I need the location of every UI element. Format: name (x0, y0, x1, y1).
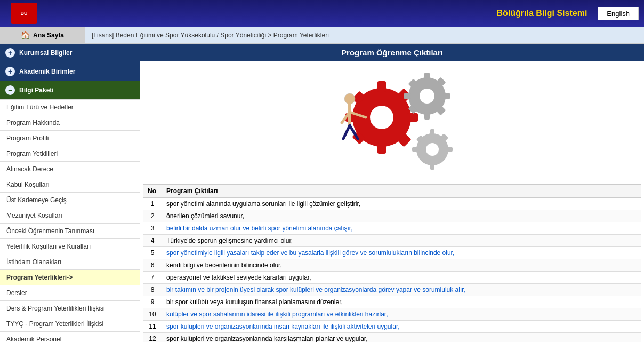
header-title: Bölüğrıla Bilgi Sistemi (497, 9, 587, 18)
row-text: önerilen çözümleri savunur, (162, 210, 641, 222)
collapse-icon-bilgi: − (5, 85, 15, 95)
row-text: kulüpler ve spor sahalarının idaresi ile… (162, 308, 641, 321)
sidebar-section-bilgi[interactable]: − Bilgi Paketi (0, 81, 140, 100)
row-number: 4 (143, 235, 162, 247)
row-number: 11 (143, 321, 162, 333)
row-text: bir spor kulübü veya kuruluşun finansal … (162, 296, 641, 308)
sidebar-item-ders-iliskisi[interactable]: Ders & Program Yeterlilikleri İlişkisi (0, 301, 140, 316)
table-row: 11spor kulüpleri ve organizasyonlarında … (143, 321, 641, 333)
sidebar-item-ust[interactable]: Üst Kademeye Geçiş (0, 193, 140, 208)
row-number: 9 (143, 296, 162, 308)
sidebar-item-mezuniyet[interactable]: Mezuniyet Koşulları (0, 208, 140, 224)
row-text: Türkiye'de sporun gelişmesine yardımcı o… (162, 235, 641, 247)
sidebar-item-istihdam[interactable]: İstihdam Olanakları (0, 254, 140, 270)
svg-rect-25 (412, 147, 418, 152)
row-text: spor kulüpleri ve organizasyonlarında ka… (162, 333, 641, 343)
sidebar-section-kurumsal-label: Kurumsal Bilgiler (19, 49, 72, 57)
table-row: 9bir spor kulübü veya kuruluşun finansal… (143, 296, 641, 308)
gears-illustration (140, 61, 644, 184)
table-row: 7operasyonel ve taktiksel seviyede karar… (143, 272, 641, 284)
home-label: Ana Sayfa (33, 31, 64, 39)
svg-rect-24 (446, 147, 453, 152)
row-text: spor kulüpleri ve organizasyonlarında in… (162, 321, 641, 333)
sidebar: + Kurumsal Bilgiler + Akademik Birimler … (0, 44, 140, 342)
table-row: 8bir takımın ve bir projenin üyesi olara… (143, 284, 641, 296)
svg-rect-22 (430, 129, 434, 136)
svg-rect-15 (404, 93, 411, 99)
table-row: 6kendi bilgi ve becerilerinin bilincinde… (143, 259, 641, 272)
home-icon: 🏠 (21, 31, 30, 39)
expand-icon: + (5, 48, 15, 58)
sidebar-item-profili[interactable]: Program Profili (0, 131, 140, 146)
svg-rect-12 (424, 73, 430, 80)
table-row: 2önerilen çözümleri savunur, (143, 210, 641, 222)
sidebar-item-program-yeter[interactable]: Program Yeterlikleri-> (0, 270, 140, 285)
sidebar-section-kurumsal[interactable]: + Kurumsal Bilgiler (0, 44, 140, 62)
sidebar-item-hakkinda[interactable]: Program Hakkında (0, 115, 140, 131)
gears-svg (318, 67, 467, 179)
table-row: 10kulüpler ve spor sahalarının idaresi i… (143, 308, 641, 321)
svg-rect-14 (443, 93, 450, 99)
row-number: 12 (143, 333, 162, 343)
content-title: Program Öğrenme Çıktıları (140, 44, 644, 61)
svg-rect-23 (430, 163, 434, 170)
navbar: 🏠 Ana Sayfa [Lisans] Beden Eğitimi ve Sp… (0, 27, 644, 44)
content-area: Program Öğrenme Çıktıları (140, 44, 644, 342)
sidebar-item-egitim[interactable]: Eğitim Türü ve Hedefler (0, 100, 140, 115)
row-number: 10 (143, 308, 162, 321)
table-container: No Program Çıktıları 1spor yönetimi alan… (140, 184, 644, 342)
sidebar-item-onceki[interactable]: Önceki Öğrenmenin Tanınması (0, 224, 140, 239)
svg-line-33 (343, 125, 350, 139)
home-nav[interactable]: 🏠 Ana Sayfa (0, 27, 85, 43)
row-text: operasyonel ve taktiksel seviyede kararl… (162, 272, 641, 284)
sidebar-item-kabul[interactable]: Kabul Koşulları (0, 177, 140, 193)
table-row: 1spor yönetimi alanında uygulama sorunla… (143, 198, 641, 210)
sidebar-section-bilgi-label: Bilgi Paketi (19, 86, 54, 94)
row-text: kendi bilgi ve becerilerinin bilincinde … (162, 259, 641, 272)
table-row: 3belirli bir dalda uzman olur ve belirli… (143, 222, 641, 235)
header: BÜ Bölüğrıla Bilgi Sistemi English (0, 0, 644, 27)
logo: BÜ (11, 3, 37, 24)
col-header-program: Program Çıktıları (162, 185, 641, 198)
row-number: 3 (143, 222, 162, 235)
program-outputs-table: No Program Çıktıları 1spor yönetimi alan… (143, 184, 641, 342)
col-header-no: No (143, 185, 162, 198)
table-row: 4Türkiye'de sporun gelişmesine yardımcı … (143, 235, 641, 247)
table-row: 12spor kulüpleri ve organizasyonlarında … (143, 333, 641, 343)
svg-point-11 (420, 89, 434, 104)
row-number: 1 (143, 198, 162, 210)
svg-rect-13 (424, 112, 430, 120)
main-layout: + Kurumsal Bilgiler + Akademik Birimler … (0, 44, 644, 342)
svg-point-21 (426, 143, 439, 156)
row-text: spor yönetimi alanında uygulama sorunlar… (162, 198, 641, 210)
row-number: 6 (143, 259, 162, 272)
sidebar-item-almacak[interactable]: Alınacak Derece (0, 162, 140, 177)
row-number: 2 (143, 210, 162, 222)
english-button[interactable]: English (598, 7, 639, 20)
sidebar-item-yeterlilik[interactable]: Yeterlilik Koşulları ve Kuralları (0, 239, 140, 254)
sidebar-item-akademik-personel[interactable]: Akademik Personel (0, 332, 140, 342)
sidebar-item-dersler[interactable]: Dersler (0, 285, 140, 301)
svg-rect-3 (377, 143, 386, 154)
row-text: bir takımın ve bir projenin üyesi olarak… (162, 284, 641, 296)
svg-point-1 (370, 106, 393, 129)
sidebar-section-akademik-label: Akademik Birimler (19, 68, 75, 75)
row-number: 5 (143, 247, 162, 259)
sidebar-section-akademik[interactable]: + Akademik Birimler (0, 62, 140, 81)
row-text: spor yönetimiyle ilgili yasaları takip e… (162, 247, 641, 259)
sidebar-item-tyyc[interactable]: TYYÇ - Program Yeterlikleri İlişkisi (0, 316, 140, 332)
row-text: belirli bir dalda uzman olur ve belirli … (162, 222, 641, 235)
sidebar-item-yetkilileri[interactable]: Program Yetkilileri (0, 146, 140, 162)
expand-icon-akademik: + (5, 67, 15, 76)
svg-rect-2 (377, 81, 386, 92)
svg-rect-4 (407, 113, 418, 122)
row-number: 8 (143, 284, 162, 296)
table-row: 5spor yönetimiyle ilgili yasaları takip … (143, 247, 641, 259)
breadcrumb: [Lisans] Beden Eğitimi ve Spor Yüksekolu… (85, 27, 644, 43)
row-number: 7 (143, 272, 162, 284)
